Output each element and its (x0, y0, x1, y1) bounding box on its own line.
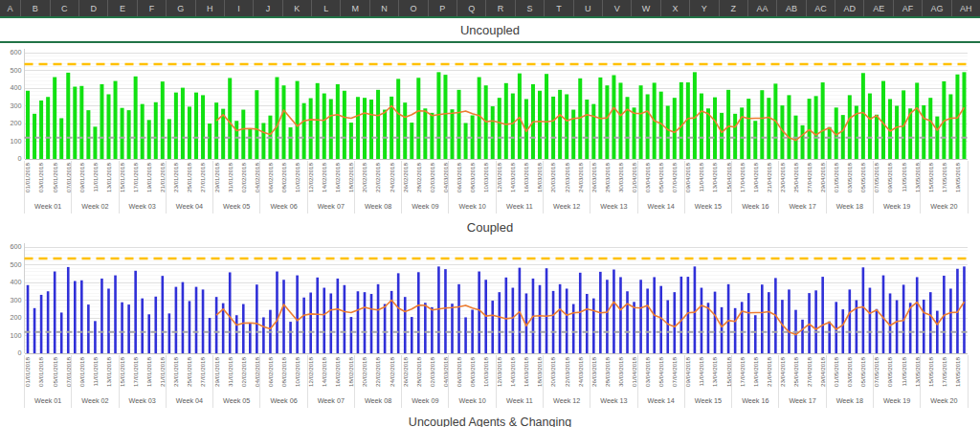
svg-text:23/04/2018: 23/04/2018 (779, 162, 786, 192)
column-header-I[interactable]: I (225, 0, 254, 16)
svg-text:29/01/2018: 29/01/2018 (213, 356, 220, 387)
column-header-AE[interactable]: AE (864, 0, 893, 16)
svg-text:06/02/2018: 06/02/2018 (267, 162, 274, 192)
column-header-L[interactable]: L (312, 0, 341, 16)
column-header-AD[interactable]: AD (835, 0, 864, 16)
chart-uncoupled-svg: 010020030040050060001/01/201803/01/20180… (0, 43, 980, 217)
svg-text:10/02/2018: 10/02/2018 (294, 356, 301, 387)
column-header-Q[interactable]: Q (457, 0, 486, 16)
svg-text:200: 200 (11, 313, 22, 322)
svg-text:Week 12: Week 12 (553, 202, 580, 211)
chart-coupled-svg: 010020030040050060001/01/201803/01/20180… (0, 237, 980, 412)
column-header-G[interactable]: G (167, 0, 195, 16)
svg-text:01/04/2018: 01/04/2018 (631, 162, 637, 192)
svg-text:30/03/2018: 30/03/2018 (617, 162, 624, 192)
svg-text:400: 400 (11, 83, 22, 92)
svg-text:06/03/2018: 06/03/2018 (456, 162, 462, 192)
column-header-B[interactable]: B (21, 0, 50, 16)
svg-text:15/01/2018: 15/01/2018 (119, 356, 125, 387)
column-header-F[interactable]: F (138, 0, 167, 16)
svg-text:Week 07: Week 07 (318, 202, 345, 211)
column-header-H[interactable]: H (196, 0, 225, 16)
column-header-Z[interactable]: Z (720, 0, 748, 16)
svg-text:06/02/2018: 06/02/2018 (267, 356, 274, 387)
svg-text:600: 600 (11, 242, 22, 251)
column-header-AB[interactable]: AB (777, 0, 806, 16)
column-header-V[interactable]: V (603, 0, 632, 16)
column-header-AG[interactable]: AG (923, 0, 951, 16)
column-header-R[interactable]: R (486, 0, 515, 16)
svg-text:15/01/2018: 15/01/2018 (119, 162, 125, 192)
svg-text:Week 04: Week 04 (176, 396, 203, 405)
svg-text:08/02/2018: 08/02/2018 (280, 356, 287, 387)
svg-text:100: 100 (11, 331, 22, 340)
column-header-D[interactable]: D (79, 0, 108, 16)
svg-text:06/03/2018: 06/03/2018 (456, 356, 462, 387)
svg-text:09/04/2018: 09/04/2018 (684, 356, 691, 387)
svg-text:11/01/2018: 11/01/2018 (92, 162, 99, 191)
svg-text:25/04/2018: 25/04/2018 (792, 162, 799, 192)
svg-text:24/02/2018: 24/02/2018 (389, 356, 395, 387)
svg-text:600: 600 (11, 48, 22, 56)
svg-text:19/04/2018: 19/04/2018 (752, 162, 759, 192)
column-header-M[interactable]: M (341, 0, 369, 16)
column-header-AH[interactable]: AH (952, 0, 980, 16)
svg-text:13/04/2018: 13/04/2018 (711, 162, 718, 192)
svg-text:18/02/2018: 18/02/2018 (347, 356, 354, 387)
svg-text:03/04/2018: 03/04/2018 (644, 356, 651, 387)
svg-text:11/01/2018: 11/01/2018 (92, 356, 99, 386)
svg-text:Week 18: Week 18 (836, 396, 863, 405)
column-header-U[interactable]: U (574, 0, 603, 16)
column-header-O[interactable]: O (399, 0, 428, 16)
svg-text:21/01/2018: 21/01/2018 (159, 162, 166, 192)
svg-text:Week 01: Week 01 (34, 202, 61, 211)
svg-text:04/03/2018: 04/03/2018 (442, 356, 449, 387)
svg-text:Week 06: Week 06 (270, 202, 297, 211)
svg-text:20/03/2018: 20/03/2018 (549, 356, 556, 387)
column-header-E[interactable]: E (108, 0, 137, 16)
svg-text:09/04/2018: 09/04/2018 (684, 162, 691, 192)
svg-text:Week 20: Week 20 (930, 202, 957, 211)
svg-text:29/04/2018: 29/04/2018 (819, 356, 826, 387)
svg-text:23/01/2018: 23/01/2018 (172, 162, 179, 192)
column-header-C[interactable]: C (51, 0, 79, 16)
coupled-title-row[interactable]: Coupled (0, 217, 980, 236)
uncoupled-chart[interactable]: 010020030040050060001/01/201803/01/20180… (0, 43, 980, 217)
column-header-W[interactable]: W (632, 0, 660, 16)
svg-text:Week 06: Week 06 (270, 396, 297, 405)
column-header-A[interactable]: A (0, 0, 21, 16)
svg-text:Week 14: Week 14 (648, 396, 675, 405)
coupled-chart[interactable]: 010020030040050060001/01/201803/01/20180… (0, 237, 980, 412)
svg-text:22/02/2018: 22/02/2018 (374, 356, 381, 387)
column-header-N[interactable]: N (370, 0, 399, 16)
svg-text:Week 16: Week 16 (742, 396, 768, 405)
column-header-AA[interactable]: AA (748, 0, 777, 16)
svg-text:25/01/2018: 25/01/2018 (186, 162, 192, 192)
column-header-AF[interactable]: AF (894, 0, 923, 16)
svg-text:17/04/2018: 17/04/2018 (739, 356, 746, 387)
svg-text:07/05/2018: 07/05/2018 (873, 356, 880, 387)
svg-text:04/02/2018: 04/02/2018 (254, 162, 260, 192)
svg-text:11/05/2018: 11/05/2018 (901, 162, 907, 191)
svg-text:0: 0 (18, 348, 22, 357)
svg-text:07/05/2018: 07/05/2018 (873, 162, 880, 192)
column-header-S[interactable]: S (516, 0, 545, 16)
svg-text:26/02/2018: 26/02/2018 (402, 356, 409, 387)
svg-text:27/01/2018: 27/01/2018 (199, 162, 206, 192)
column-header-X[interactable]: X (661, 0, 690, 16)
svg-text:Week 09: Week 09 (412, 202, 438, 211)
svg-text:16/02/2018: 16/02/2018 (334, 356, 341, 387)
svg-text:14/02/2018: 14/02/2018 (321, 162, 327, 192)
column-header-K[interactable]: K (283, 0, 312, 16)
svg-text:31/01/2018: 31/01/2018 (227, 162, 234, 192)
column-header-T[interactable]: T (545, 0, 573, 16)
column-header-P[interactable]: P (429, 0, 457, 16)
svg-text:02/02/2018: 02/02/2018 (240, 356, 247, 387)
svg-text:19/05/2018: 19/05/2018 (954, 162, 961, 192)
column-header-J[interactable]: J (254, 0, 282, 16)
svg-text:21/04/2018: 21/04/2018 (766, 162, 772, 192)
column-header-Y[interactable]: Y (690, 0, 719, 16)
uncoupled-title-row[interactable]: Uncoupled (0, 18, 980, 43)
column-header-AC[interactable]: AC (807, 0, 835, 16)
svg-text:Week 11: Week 11 (506, 202, 533, 211)
